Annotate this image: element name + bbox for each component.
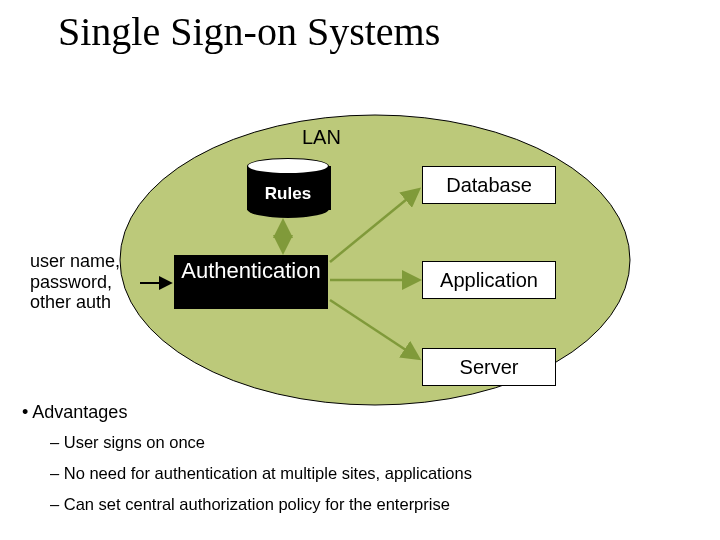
rules-datastore-icon: Rules: [247, 158, 329, 218]
bullet-item: User signs on once: [50, 433, 472, 452]
auth-input-line: other auth: [30, 292, 150, 313]
bullet-item-text: Can set central authorization policy for…: [64, 495, 450, 513]
server-node: Server: [422, 348, 556, 386]
bullet-heading-text: Advantages: [32, 402, 127, 422]
slide: Single Sign-on Systems LAN Rules: [0, 0, 720, 540]
bullet-item-text: User signs on once: [64, 433, 205, 451]
server-label: Server: [460, 356, 519, 379]
auth-input-line: password,: [30, 272, 150, 293]
bullet-list: Advantages User signs on once No need fo…: [22, 402, 472, 526]
authentication-label: Authentication: [181, 258, 320, 283]
bullet-item-text: No need for authentication at multiple s…: [64, 464, 472, 482]
database-label: Database: [446, 174, 532, 197]
application-node: Application: [422, 261, 556, 299]
auth-inputs-label: user name, password, other auth: [30, 251, 150, 313]
auth-input-line: user name,: [30, 251, 150, 272]
authentication-node: Authentication: [174, 255, 328, 309]
bullet-item: No need for authentication at multiple s…: [50, 464, 472, 483]
bullet-heading: Advantages: [22, 402, 472, 423]
lan-label: LAN: [302, 126, 341, 149]
bullet-item: Can set central authorization policy for…: [50, 495, 472, 514]
database-node: Database: [422, 166, 556, 204]
application-label: Application: [440, 269, 538, 292]
rules-label: Rules: [247, 184, 329, 204]
